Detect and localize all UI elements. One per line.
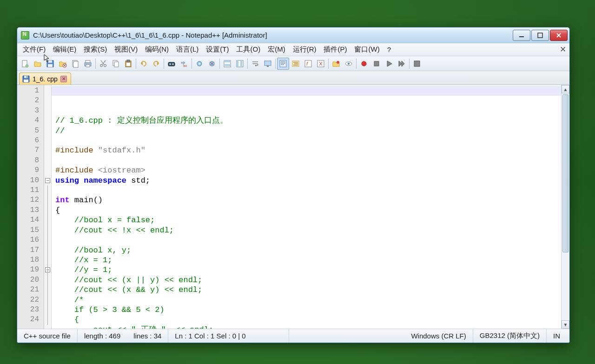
print-all-button[interactable] — [69, 58, 81, 70]
play-button[interactable] — [383, 58, 395, 70]
replace-button[interactable]: abac — [178, 58, 190, 70]
sync-button[interactable] — [234, 58, 246, 70]
fold-column: −− — [44, 85, 52, 329]
menu-item[interactable]: 编辑(E) — [49, 44, 80, 55]
code-line[interactable]: int main() — [55, 195, 561, 205]
line-number: 6 — [17, 136, 44, 146]
record-button[interactable] — [358, 58, 370, 70]
notepadpp-window: C:\Users\toutiao\Desktop\C++\1_6\1_6\1_6… — [17, 27, 570, 343]
window-buttons — [513, 30, 568, 41]
code-line[interactable]: using namespace std; — [55, 176, 561, 185]
new-button[interactable] — [19, 58, 31, 70]
doc-map-button[interactable] — [330, 58, 342, 70]
redo-icon — [152, 60, 160, 68]
code-line[interactable]: { — [55, 315, 561, 324]
print-button[interactable] — [82, 58, 94, 70]
code-line[interactable] — [55, 156, 561, 165]
svg-rect-16 — [114, 62, 119, 67]
menu-item[interactable]: 窗口(W) — [350, 44, 383, 55]
code-line[interactable] — [55, 136, 561, 146]
toolbar-separator — [275, 59, 276, 69]
code-line[interactable]: //cout << !x << endl; — [55, 225, 561, 235]
svg-rect-9 — [73, 61, 78, 67]
fold-toggle[interactable]: − — [45, 178, 50, 183]
indent-button[interactable] — [290, 58, 302, 70]
monitor-icon — [264, 60, 272, 68]
menu-item[interactable]: 宏(M) — [264, 44, 289, 55]
scroll-up-arrow[interactable]: ▲ — [562, 85, 569, 93]
line-number: 19 — [17, 265, 44, 275]
tab-close-icon[interactable]: ✕ — [60, 76, 67, 82]
code-line[interactable]: #include "stdafx.h" — [55, 146, 561, 155]
menu-item[interactable]: 插件(P) — [320, 44, 350, 55]
close-button[interactable] — [57, 58, 69, 70]
code-line[interactable]: if (5 > 3 && 5 < 2) — [55, 305, 561, 315]
clone-button[interactable] — [221, 58, 233, 70]
code-editor[interactable]: // 1_6.cpp : 定义控制台应用程序的入口点。// #include "… — [52, 85, 561, 329]
close-button[interactable] — [550, 30, 568, 41]
menu-item[interactable]: 视图(V) — [111, 44, 141, 55]
line-number: 22 — [17, 295, 44, 305]
copy-icon — [112, 60, 120, 68]
copy-button[interactable] — [110, 58, 122, 70]
menu-item[interactable]: 运行(R) — [289, 44, 320, 55]
wordwrap-button[interactable] — [249, 58, 261, 70]
cut-icon — [99, 60, 107, 68]
code-line[interactable]: cout << " 正确 " << endl; — [55, 325, 561, 329]
code-line[interactable]: //cout << (x && y) << endl; — [55, 285, 561, 295]
menu-item[interactable]: ? — [383, 44, 395, 55]
line-number: 21 — [17, 285, 44, 295]
code-line[interactable]: // — [55, 126, 561, 136]
menu-item[interactable]: 语言(L) — [172, 44, 202, 55]
undo-button[interactable] — [138, 58, 150, 70]
code-line[interactable]: // 1_6.cpp : 定义控制台应用程序的入口点。 — [55, 116, 561, 126]
find-prev-button[interactable] — [206, 58, 218, 70]
menu-item[interactable]: 文件(F) — [19, 44, 49, 55]
svg-rect-33 — [240, 60, 242, 67]
titlebar[interactable]: C:\Users\toutiao\Desktop\C++\1_6\1_6\1_6… — [17, 27, 569, 43]
menu-item[interactable]: 设置(T) — [202, 44, 232, 55]
code-line[interactable]: #include <iostream> — [55, 165, 561, 175]
toolbar-separator — [409, 59, 410, 69]
search-button[interactable] — [165, 58, 178, 70]
line-number: 10 — [17, 176, 44, 185]
scrollbar-track[interactable] — [562, 93, 569, 320]
code-line[interactable]: //cout << (x || y) << endl; — [55, 275, 561, 285]
menubar-close-x[interactable]: ✕ — [558, 45, 568, 54]
fold-guide-line — [47, 185, 48, 325]
monitor-button[interactable] — [262, 58, 274, 70]
svg-point-13 — [100, 64, 103, 66]
code-line[interactable]: /* — [55, 295, 561, 305]
cut-button[interactable] — [97, 58, 109, 70]
code-line[interactable]: //bool x = false; — [55, 215, 561, 225]
save-button[interactable] — [44, 58, 56, 70]
code-line[interactable]: //x = 1; — [55, 255, 561, 265]
function-button[interactable]: f — [302, 58, 314, 70]
open-button[interactable] — [32, 58, 44, 70]
code-line[interactable]: //y = 1; — [55, 265, 561, 275]
minimize-button[interactable] — [513, 30, 530, 41]
maximize-button[interactable] — [531, 30, 549, 41]
eye-button[interactable] — [343, 58, 355, 70]
paste-button[interactable] — [122, 58, 134, 70]
code-line[interactable] — [55, 235, 561, 245]
line-number: 20 — [17, 275, 44, 285]
tab-file[interactable]: 1_6. cpp ✕ — [19, 73, 71, 85]
vertical-scrollbar[interactable]: ▲ ▼ — [561, 85, 569, 329]
svg-point-26 — [198, 63, 200, 65]
code-line[interactable] — [55, 185, 561, 195]
menu-item[interactable]: 搜索(S) — [80, 44, 111, 55]
scroll-down-arrow[interactable]: ▼ — [562, 320, 569, 329]
find-all-button[interactable] — [193, 58, 205, 70]
code-line[interactable]: //bool x, y; — [55, 245, 561, 255]
menu-item[interactable]: 工具(O) — [232, 44, 264, 55]
code-line[interactable]: { — [55, 205, 561, 215]
folder-button[interactable] — [315, 58, 327, 70]
menu-item[interactable]: 编码(N) — [141, 44, 172, 55]
show-all-button[interactable] — [277, 58, 289, 70]
redo-button[interactable] — [150, 58, 162, 70]
stop-button[interactable] — [370, 58, 383, 70]
scrollbar-thumb[interactable] — [562, 94, 569, 252]
all-button[interactable] — [411, 58, 423, 70]
fwd-button[interactable] — [396, 58, 408, 70]
